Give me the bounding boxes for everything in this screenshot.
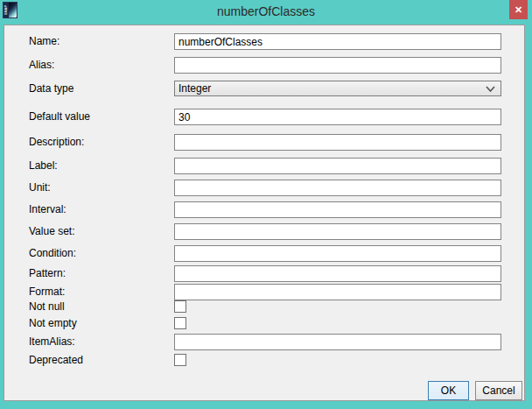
ok-button[interactable]: OK xyxy=(428,381,469,400)
field-row: Name: xyxy=(4,33,524,50)
item-alias-label: ItemAlias: xyxy=(29,334,75,350)
value-set-label: Value set: xyxy=(29,223,74,240)
data-type-select[interactable]: Integer xyxy=(174,81,501,96)
default-value-label: Default value xyxy=(29,109,90,125)
titlebar: SNAP numberOfClasses ✕ xyxy=(0,0,532,25)
field-row: Pattern: xyxy=(4,265,524,282)
deprecated-checkbox[interactable] xyxy=(174,354,186,366)
field-row: Value set: xyxy=(4,223,524,240)
field-row: Interval: xyxy=(4,201,524,218)
label-input[interactable] xyxy=(174,158,501,174)
not-empty-label: Not empty xyxy=(29,317,77,329)
format-input[interactable] xyxy=(174,284,501,300)
close-icon: ✕ xyxy=(509,1,528,19)
data-type-label: Data type xyxy=(29,81,74,97)
condition-input[interactable] xyxy=(174,245,501,262)
pattern-input[interactable] xyxy=(174,265,501,282)
dialog-content-panel: Name: Alias: Data type Integer Default v… xyxy=(4,25,525,401)
description-input[interactable] xyxy=(174,134,501,151)
not-null-checkbox[interactable] xyxy=(174,300,186,313)
chevron-down-icon xyxy=(486,86,495,93)
field-row: Not null xyxy=(4,300,524,313)
dialog-window: SNAP numberOfClasses ✕ Name: Alias: Data… xyxy=(0,0,532,409)
field-row: Not empty xyxy=(4,317,524,329)
field-row: Default value xyxy=(4,109,524,125)
name-input[interactable] xyxy=(174,33,501,50)
data-type-selected-value: Integer xyxy=(178,82,211,95)
alias-label: Alias: xyxy=(29,57,54,74)
field-row: Deprecated xyxy=(4,354,524,366)
unit-label: Unit: xyxy=(29,180,51,196)
field-row: Description: xyxy=(4,134,524,151)
label-label: Label: xyxy=(29,158,58,174)
item-alias-input[interactable] xyxy=(174,334,501,350)
interval-input[interactable] xyxy=(174,201,501,218)
value-set-input[interactable] xyxy=(174,223,501,240)
description-label: Description: xyxy=(29,134,84,151)
interval-label: Interval: xyxy=(29,201,66,218)
condition-label: Condition: xyxy=(29,245,76,262)
field-row: Data type Integer xyxy=(4,81,524,97)
dialog-footer: OK Cancel xyxy=(428,381,522,400)
field-row: Unit: xyxy=(4,180,524,196)
field-row: ItemAlias: xyxy=(4,334,524,350)
name-label: Name: xyxy=(29,33,60,50)
window-title: numberOfClasses xyxy=(0,0,532,25)
field-row: Condition: xyxy=(4,245,524,262)
field-row: Alias: xyxy=(4,57,524,74)
unit-input[interactable] xyxy=(174,180,501,196)
alias-input[interactable] xyxy=(174,57,501,74)
not-null-label: Not null xyxy=(29,300,65,313)
close-button[interactable]: ✕ xyxy=(509,0,528,19)
pattern-label: Pattern: xyxy=(29,265,66,282)
default-value-input[interactable] xyxy=(174,109,501,125)
not-empty-checkbox[interactable] xyxy=(174,317,186,329)
cancel-button[interactable]: Cancel xyxy=(475,381,522,400)
format-label: Format: xyxy=(29,284,65,300)
field-row: Format: xyxy=(4,284,524,300)
deprecated-label: Deprecated xyxy=(29,354,83,366)
field-row: Label: xyxy=(4,158,524,174)
